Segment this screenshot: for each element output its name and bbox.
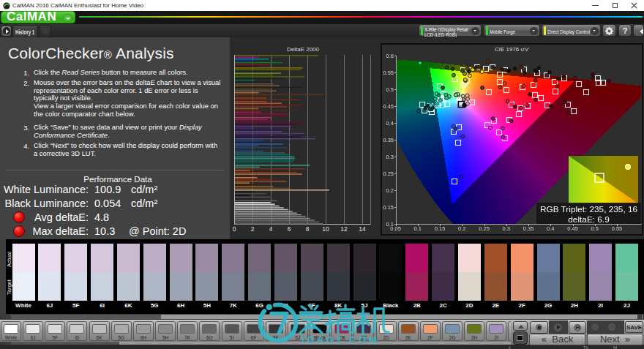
svg-text:IGAO7.COM: IGAO7.COM [302,334,379,345]
